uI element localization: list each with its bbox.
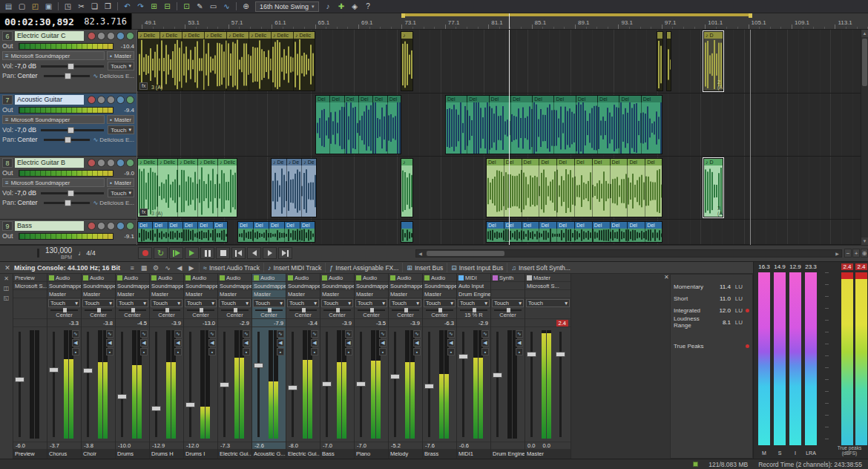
output-device-chip[interactable]: ≡Microsoft Soundmapper xyxy=(2,51,105,60)
automation-mode-dropdown[interactable]: Touch▾ xyxy=(492,299,524,307)
audio-clip[interactable]: DelDelDelDelDelDel xyxy=(137,221,228,243)
phase-invert-icon[interactable]: ▪ xyxy=(345,348,352,355)
pan-slider-handle[interactable] xyxy=(507,308,510,312)
pan-slider-handle[interactable] xyxy=(165,308,169,312)
fader-handle[interactable] xyxy=(220,382,229,387)
audio-clip[interactable]: ♪ Delic♪ Delic♪ Delic♪ Delic♪ Delic♪ Del… xyxy=(137,31,315,91)
insert-soft-synth-button[interactable]: ♫Insert Soft Synth... xyxy=(507,263,574,272)
input-monitor-icon[interactable]: ◀ xyxy=(243,339,250,347)
selection-tool-icon[interactable]: ▭ xyxy=(207,1,220,12)
automation-mode-dropdown[interactable]: Touch▾ xyxy=(219,299,251,307)
mixer-strip-choir[interactable]: AudioSoundmapperMasterTouch▾Center-3.8∿◀… xyxy=(82,274,116,459)
zoom-in-button[interactable]: + xyxy=(852,249,860,258)
audio-clip[interactable] xyxy=(657,31,663,91)
track-header-bass[interactable]: 9BassOut-9.1 xyxy=(0,220,137,245)
pan-slider-handle[interactable] xyxy=(336,308,340,312)
fx-button[interactable] xyxy=(116,159,125,167)
input-monitor-icon[interactable]: ◀ xyxy=(516,339,523,347)
volume-slider[interactable] xyxy=(41,192,104,194)
volume-slider-handle[interactable] xyxy=(68,63,74,70)
fader-handle[interactable] xyxy=(288,385,297,390)
fx-chain-icon[interactable]: ∿ xyxy=(413,330,421,338)
play-button[interactable] xyxy=(185,247,199,259)
phase-invert-icon[interactable]: ▪ xyxy=(481,348,489,355)
play-from-start-button[interactable] xyxy=(169,247,183,259)
output-device-chip[interactable]: ≡Microsoft Soundmapper xyxy=(2,115,105,124)
fader-handle[interactable] xyxy=(527,352,536,357)
event-grid-icon[interactable]: ⊡ xyxy=(180,1,193,12)
audio-clip[interactable]: ♪ Delic♪ Delic♪ Delic♪ Delic♪ Delicfx3 (… xyxy=(137,158,237,217)
pan-control[interactable]: 15 % R xyxy=(457,308,490,319)
automation-mode-dropdown[interactable]: Touch▾ xyxy=(108,188,134,197)
phase-invert-icon[interactable]: ▪ xyxy=(174,348,182,355)
mixer-strip-bass[interactable]: AudioSoundmapperMasterTouch▾Center-3.9∿◀… xyxy=(320,274,355,459)
pan-control[interactable]: Center xyxy=(355,308,388,319)
insert-audio-track-button[interactable]: ≈Insert Audio Track xyxy=(199,263,263,272)
fx-chain-icon[interactable]: ∿ xyxy=(311,330,318,338)
arm-record-button[interactable] xyxy=(88,222,96,230)
loop-handle[interactable] xyxy=(749,13,752,18)
automation-button[interactable] xyxy=(126,32,134,40)
scroll-up-icon[interactable]: ▲ xyxy=(861,30,868,37)
fx-chain-icon[interactable]: ∿ xyxy=(277,330,284,338)
phase-invert-icon[interactable]: ▪ xyxy=(413,348,421,355)
automation-mode-dropdown[interactable]: Touch▾ xyxy=(108,125,134,134)
fader-handle[interactable] xyxy=(15,377,24,382)
input-monitor-icon[interactable]: ◀ xyxy=(106,339,114,347)
snap-toggle-icon[interactable]: ⊞ xyxy=(148,1,160,12)
save-project-icon[interactable]: ▣ xyxy=(42,1,55,12)
output-device-chip[interactable]: ≡Microsoft Soundmapper xyxy=(2,178,105,187)
track-header-electric-guitar-b[interactable]: 8Electric Guitar BOut-9.0≡Microsoft Soun… xyxy=(0,157,137,220)
pan-control[interactable]: Center xyxy=(82,308,115,319)
mixer-strip-electric-gui[interactable]: AudioSoundmapperMasterTouch▾Center-2.9∿◀… xyxy=(218,274,252,459)
scroll-left-icon[interactable]: ◀ xyxy=(416,251,424,256)
pan-control[interactable]: Center xyxy=(252,308,286,319)
mute-button[interactable] xyxy=(97,222,105,230)
automation-mode-dropdown[interactable]: Touch▾ xyxy=(48,299,80,307)
pan-control[interactable]: Center xyxy=(116,308,149,319)
close-icon[interactable]: ✕ xyxy=(3,264,12,272)
insert-midi-track-button[interactable]: ♪Insert MIDI Track xyxy=(263,263,325,272)
envelope-tool-icon[interactable]: ∿ xyxy=(220,1,233,12)
mixer-strip-electric-gui[interactable]: AudioSoundmapperMasterTouch▾Center-3.4∿◀… xyxy=(286,274,320,459)
fader-handle[interactable] xyxy=(185,402,195,407)
scroll-right-icon[interactable]: ▶ xyxy=(833,251,841,256)
fx-chain-icon[interactable]: ∿ xyxy=(140,330,148,338)
pan-slider-handle[interactable] xyxy=(200,308,203,312)
solo-button[interactable] xyxy=(107,96,115,104)
close-icon[interactable]: ✕ xyxy=(4,275,9,282)
audio-clip[interactable]: DelDelDelDelDelDelDelDelDelDel xyxy=(486,158,662,217)
audio-clip[interactable]: ♪ De♪ De♪ De xyxy=(271,158,317,217)
pan-slider-handle[interactable] xyxy=(65,200,71,206)
fx-button[interactable] xyxy=(116,222,125,230)
draw-tool-icon[interactable]: ✎ xyxy=(194,1,206,12)
mixer-settings-icon[interactable]: ⚙ xyxy=(151,263,161,272)
input-monitor-icon[interactable]: ◀ xyxy=(174,339,182,347)
loop-region-bar[interactable] xyxy=(403,13,750,16)
go-to-end-button[interactable] xyxy=(278,247,292,259)
phase-invert-icon[interactable]: ▪ xyxy=(72,348,79,355)
volume-slider-handle[interactable] xyxy=(68,190,74,197)
timeline-horizontal-scrollbar[interactable]: ◀ ▶ xyxy=(415,249,842,258)
pan-control[interactable]: Center xyxy=(423,308,456,319)
automation-mode-dropdown[interactable]: Touch▾ xyxy=(389,299,421,307)
mixer-prev-icon[interactable]: ◀ xyxy=(174,263,185,272)
pan-slider-handle[interactable] xyxy=(131,308,135,312)
arm-record-button[interactable] xyxy=(88,32,96,40)
input-monitor-icon[interactable]: ◀ xyxy=(72,339,79,347)
loop-playback-button[interactable]: ↻ xyxy=(154,247,168,259)
solo-button[interactable] xyxy=(107,222,115,230)
arm-record-button[interactable] xyxy=(88,159,96,167)
solo-button[interactable] xyxy=(107,32,115,40)
arm-record-button[interactable] xyxy=(88,96,96,104)
automation-mode-dropdown[interactable]: Touch▾ xyxy=(424,299,456,307)
input-monitor-icon[interactable]: ◀ xyxy=(140,339,148,347)
phase-invert-icon[interactable]: ▪ xyxy=(106,348,114,355)
fx-chain-icon[interactable]: ∿ xyxy=(447,330,455,338)
mixer-strip-drum-engine[interactable]: SynthTouch▾Center∿◀▪Drum Engine xyxy=(491,274,525,459)
pan-slider-handle[interactable] xyxy=(65,73,71,79)
mixer-list-view-icon[interactable]: ≡ xyxy=(127,263,137,272)
output-bus-chip[interactable]: ▪Master xyxy=(107,178,134,187)
track-name-field[interactable]: Electric Guitar C xyxy=(15,31,84,41)
phase-invert-icon[interactable]: ▪ xyxy=(208,348,216,355)
